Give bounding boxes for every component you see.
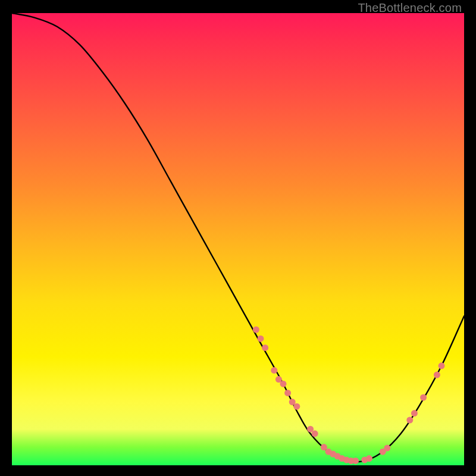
data-marker: [280, 381, 287, 387]
data-marker: [293, 403, 300, 410]
data-marker: [406, 417, 413, 424]
data-marker: [284, 390, 291, 396]
data-marker: [271, 367, 277, 374]
data-marker: [312, 430, 318, 437]
data-marker: [366, 455, 372, 462]
data-marker: [411, 410, 418, 416]
bottleneck-curve: [12, 13, 464, 462]
data-marker: [439, 362, 445, 369]
data-marker: [253, 327, 259, 333]
chart-svg: [12, 13, 464, 465]
data-marker: [420, 394, 427, 401]
plot-area: [12, 13, 464, 465]
data-marker: [434, 372, 440, 378]
data-marker: [352, 458, 359, 464]
data-markers: [253, 327, 445, 464]
data-marker: [262, 345, 268, 351]
chart-frame: [12, 13, 464, 465]
data-marker: [258, 336, 264, 342]
data-marker: [384, 445, 390, 452]
